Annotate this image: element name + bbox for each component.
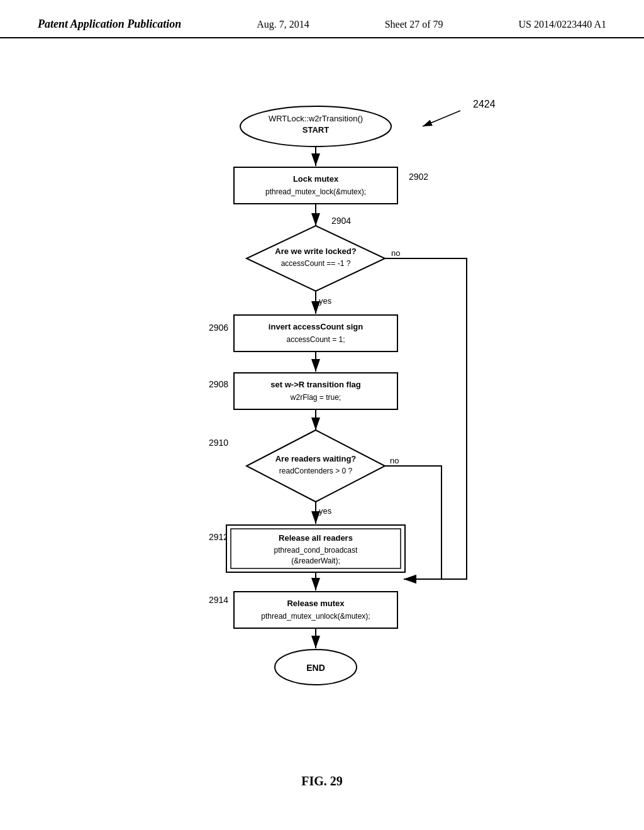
node-2912-label1: Release all readers (279, 533, 353, 543)
no-label-2904: no (391, 248, 400, 258)
node-2910 (247, 430, 385, 502)
node-2906-label1: invert accessCount sign (269, 322, 363, 331)
node-2912-label2: pthread_cond_broadcast (274, 546, 358, 555)
node-2908 (234, 373, 397, 409)
node-2902-label2: pthread_mutex_lock(&mutex); (265, 187, 366, 196)
node-2906 (234, 315, 397, 351)
page-header: Patent Application Publication Aug. 7, 2… (0, 0, 644, 38)
yes-label-2904: yes (319, 296, 332, 306)
node-2904-label2: accessCount == -1 ? (281, 259, 351, 268)
node-2914-label2: pthread_mutex_unlock(&mutex); (261, 612, 370, 621)
label-2904: 2904 (331, 216, 351, 226)
label-2908: 2908 (209, 379, 228, 389)
node-2910-label2: readContenders > 0 ? (279, 467, 353, 475)
node-2902 (234, 167, 397, 204)
node-2912-label3: (&readerWait); (291, 556, 340, 565)
figure-label: FIG. 29 (301, 774, 343, 788)
node-2908-label1: set w->R transition flag (270, 380, 360, 389)
sheet-info: Sheet 27 of 79 (385, 19, 443, 30)
fig-ref-arrow (423, 111, 460, 126)
node-2904-label1: Are we write locked? (275, 246, 356, 256)
publication-date: Aug. 7, 2014 (257, 19, 309, 30)
node-2914 (234, 592, 397, 628)
node-2910-label1: Are readers waiting? (275, 454, 357, 463)
node-2904 (247, 226, 385, 291)
figure-caption: FIG. 29 (0, 774, 644, 801)
no-label-2910: no (390, 456, 399, 465)
label-2914: 2914 (209, 595, 228, 605)
fig-ref-number: 2424 (473, 99, 496, 109)
label-2910: 2910 (209, 438, 228, 448)
publication-number: US 2014/0223440 A1 (518, 19, 606, 30)
flowchart-svg: 2424 WRTLock::w2rTransition() START Lock… (102, 51, 542, 743)
node-2906-label2: accessCount = 1; (286, 335, 345, 344)
label-2906: 2906 (209, 323, 228, 333)
label-2912: 2912 (209, 532, 228, 542)
node-2902-label1: Lock mutex (293, 174, 339, 184)
diagram-container: 2424 WRTLock::w2rTransition() START Lock… (0, 38, 644, 768)
start-label-line1: WRTLock::w2rTransition() (269, 114, 363, 123)
publication-title: Patent Application Publication (38, 18, 181, 31)
yes-label-2910: yes (319, 506, 332, 516)
label-2902: 2902 (409, 172, 428, 182)
end-label: END (306, 663, 325, 673)
node-2908-label2: w2rFlag = true; (290, 393, 341, 402)
node-2914-label1: Release mutex (287, 599, 345, 608)
start-label-line2: START (303, 125, 329, 135)
